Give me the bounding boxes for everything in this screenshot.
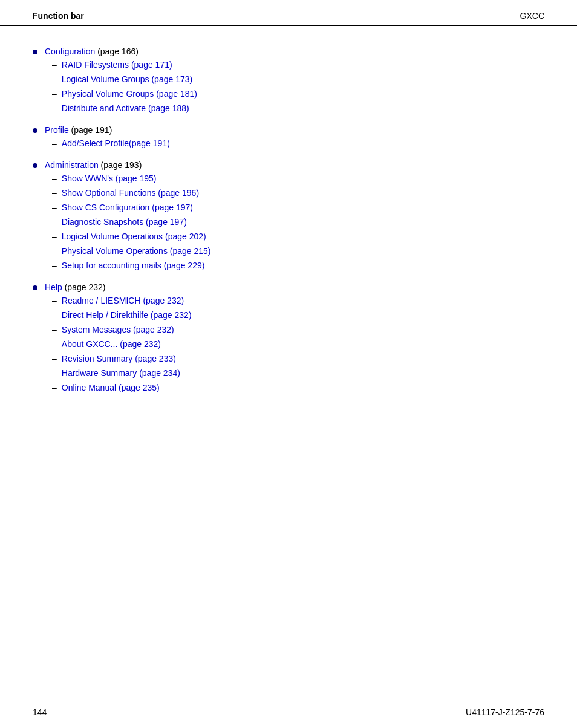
list-item: – Logical Volume Operations (page 202) — [45, 230, 544, 243]
footer-document-id: U41117-J-Z125-7-76 — [466, 707, 544, 717]
page-container: Function bar GXCC Configuration (page 16… — [0, 0, 577, 728]
header-section-title: Function bar — [33, 11, 84, 21]
dash-icon: – — [52, 309, 57, 322]
administration-anchor[interactable]: Administration — [45, 160, 99, 170]
page-footer: 144 U41117-J-Z125-7-76 — [0, 701, 577, 728]
configuration-sub-list: – RAID Filesystems (page 171) – Logical … — [45, 59, 544, 115]
dash-icon: – — [52, 294, 57, 307]
list-item: – Add/Select Profile(page 191) — [45, 137, 544, 150]
list-item: – Revision Summary (page 233) — [45, 353, 544, 365]
configuration-anchor[interactable]: Configuration — [45, 47, 95, 56]
show-optional-functions-link[interactable]: Show Optional Functions (page 196) — [62, 187, 199, 200]
bullet-dot-icon — [33, 128, 37, 133]
administration-link-container[interactable]: Administration (page 193) — [45, 160, 142, 170]
list-item: Administration (page 193) – Show WWN's (… — [33, 160, 544, 274]
profile-link-container[interactable]: Profile (page 191) — [45, 125, 112, 135]
bullet-content: Profile (page 191) – Add/Select Profile(… — [45, 125, 544, 152]
dash-icon: – — [52, 338, 57, 351]
list-item: – Logical Volume Groups (page 173) — [45, 73, 544, 86]
dash-icon: – — [52, 259, 57, 272]
bullet-content: Help (page 232) – Readme / LIESMICH (pag… — [45, 282, 544, 396]
dash-icon: – — [52, 353, 57, 365]
online-manual-link[interactable]: Online Manual (page 235) — [62, 382, 160, 394]
list-item: Help (page 232) – Readme / LIESMICH (pag… — [33, 282, 544, 396]
profile-anchor[interactable]: Profile — [45, 125, 69, 135]
dash-icon: – — [52, 88, 57, 100]
distribute-activate-link[interactable]: Distribute and Activate (page 188) — [62, 102, 189, 115]
list-item: – About GXCC... (page 232) — [45, 338, 544, 351]
administration-sub-list: – Show WWN's (page 195) – Show Optional … — [45, 172, 544, 272]
profile-page-ref: (page 191) — [71, 125, 112, 135]
page-header: Function bar GXCC — [0, 0, 577, 26]
list-item: – Hardware Summary (page 234) — [45, 367, 544, 380]
list-item: – Physical Volume Groups (page 181) — [45, 88, 544, 100]
list-item: – Readme / LIESMICH (page 232) — [45, 294, 544, 307]
help-page-ref: (page 232) — [65, 282, 106, 292]
list-item: – Online Manual (page 235) — [45, 382, 544, 394]
list-item: – Diagnostic Snapshots (page 197) — [45, 216, 544, 229]
list-item: – Setup for accounting mails (page 229) — [45, 259, 544, 272]
dash-icon: – — [52, 230, 57, 243]
logical-volume-groups-link[interactable]: Logical Volume Groups (page 173) — [62, 73, 192, 86]
list-item: Configuration (page 166) – RAID Filesyst… — [33, 47, 544, 117]
list-item: – Distribute and Activate (page 188) — [45, 102, 544, 115]
direct-help-link[interactable]: Direct Help / Direkthilfe (page 232) — [62, 309, 192, 322]
hardware-summary-link[interactable]: Hardware Summary (page 234) — [62, 367, 180, 380]
dash-icon: – — [52, 137, 57, 150]
list-item: – Show CS Configuration (page 197) — [45, 201, 544, 214]
main-content: Configuration (page 166) – RAID Filesyst… — [0, 41, 577, 453]
dash-icon: – — [52, 172, 57, 185]
list-item: – Show Optional Functions (page 196) — [45, 187, 544, 200]
revision-summary-link[interactable]: Revision Summary (page 233) — [62, 353, 176, 365]
list-item: – RAID Filesystems (page 171) — [45, 59, 544, 71]
list-item: – Show WWN's (page 195) — [45, 172, 544, 185]
help-sub-list: – Readme / LIESMICH (page 232) – Direct … — [45, 294, 544, 394]
header-chapter-title: GXCC — [520, 11, 544, 21]
dash-icon: – — [52, 187, 57, 200]
list-item: – Direct Help / Direkthilfe (page 232) — [45, 309, 544, 322]
footer-page-number: 144 — [33, 707, 47, 717]
administration-page-ref: (page 193) — [101, 160, 142, 170]
dash-icon: – — [52, 59, 57, 71]
list-item: – System Messages (page 232) — [45, 323, 544, 336]
setup-accounting-mails-link[interactable]: Setup for accounting mails (page 229) — [62, 259, 205, 272]
main-bullet-list: Configuration (page 166) – RAID Filesyst… — [33, 47, 544, 396]
dash-icon: – — [52, 323, 57, 336]
help-anchor[interactable]: Help — [45, 282, 62, 292]
dash-icon: – — [52, 245, 57, 258]
bullet-content: Administration (page 193) – Show WWN's (… — [45, 160, 544, 274]
bullet-content: Configuration (page 166) – RAID Filesyst… — [45, 47, 544, 117]
dash-icon: – — [52, 382, 57, 394]
system-messages-link[interactable]: System Messages (page 232) — [62, 323, 174, 336]
bullet-dot-icon — [33, 163, 37, 168]
list-item: Profile (page 191) – Add/Select Profile(… — [33, 125, 544, 152]
bullet-dot-icon — [33, 285, 37, 290]
readme-liesmich-link[interactable]: Readme / LIESMICH (page 232) — [62, 294, 184, 307]
add-select-profile-link[interactable]: Add/Select Profile(page 191) — [62, 137, 170, 150]
show-wwn-link[interactable]: Show WWN's (page 195) — [62, 172, 157, 185]
raid-filesystems-link[interactable]: RAID Filesystems (page 171) — [62, 59, 172, 71]
list-item: – Physical Volume Operations (page 215) — [45, 245, 544, 258]
about-gxcc-link[interactable]: About GXCC... (page 232) — [62, 338, 161, 351]
physical-volume-groups-link[interactable]: Physical Volume Groups (page 181) — [62, 88, 197, 100]
dash-icon: – — [52, 367, 57, 380]
bullet-dot-icon — [33, 50, 37, 54]
configuration-link[interactable]: Configuration (page 166) — [45, 47, 139, 56]
dash-icon: – — [52, 216, 57, 229]
dash-icon: – — [52, 201, 57, 214]
physical-volume-operations-link[interactable]: Physical Volume Operations (page 215) — [62, 245, 211, 258]
configuration-page-ref: (page 166) — [97, 47, 139, 56]
logical-volume-operations-link[interactable]: Logical Volume Operations (page 202) — [62, 230, 206, 243]
diagnostic-snapshots-link[interactable]: Diagnostic Snapshots (page 197) — [62, 216, 187, 229]
show-cs-configuration-link[interactable]: Show CS Configuration (page 197) — [62, 201, 193, 214]
dash-icon: – — [52, 102, 57, 115]
profile-sub-list: – Add/Select Profile(page 191) — [45, 137, 544, 150]
dash-icon: – — [52, 73, 57, 86]
help-link-container[interactable]: Help (page 232) — [45, 282, 105, 292]
